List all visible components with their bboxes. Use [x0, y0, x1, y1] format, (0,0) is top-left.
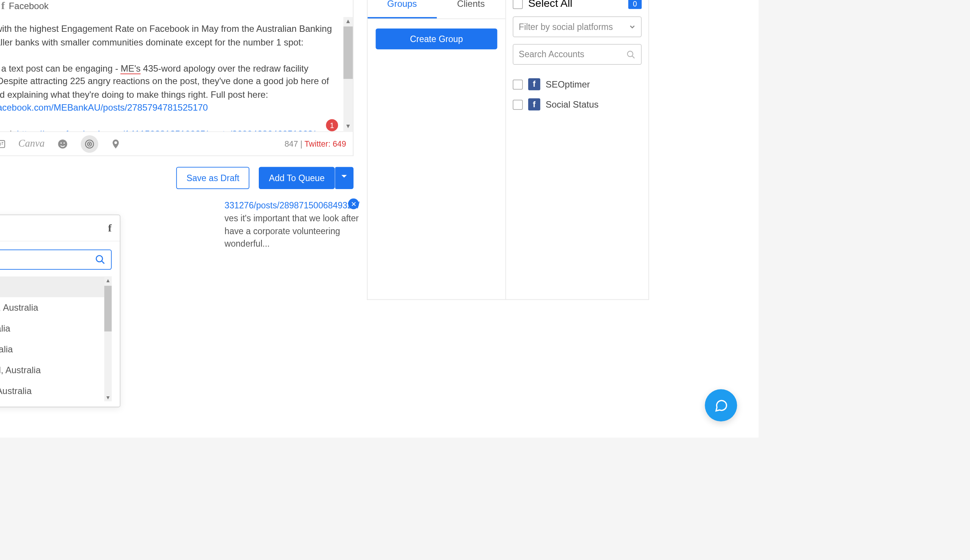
svg-point-23 [89, 143, 90, 144]
add-to-queue-dropdown[interactable] [335, 167, 353, 189]
editor-scrollbar[interactable]: ▲ ▼ [343, 17, 353, 131]
svg-point-20 [64, 142, 65, 143]
location-item[interactable]: Buderim, Queensland, Australia [0, 380, 112, 401]
subtab-facebook[interactable]: f Facebook [1, 0, 48, 17]
scrollbar-down-icon[interactable]: ▼ [343, 122, 353, 132]
editor-intro: Top 5 Posts with the highest Engagement … [0, 24, 332, 47]
error-badge[interactable]: 1 [326, 119, 338, 132]
scrollbar-down-icon[interactable]: ▼ [104, 393, 112, 401]
editor-spellcheck-me: ME's [121, 63, 140, 74]
scrollbar-up-icon[interactable]: ▲ [343, 17, 353, 27]
save-draft-button[interactable]: Save as Draft [177, 167, 250, 189]
gp-tab-groups[interactable]: Groups [368, 0, 437, 18]
search-accounts-input[interactable]: Search Accounts [513, 44, 642, 65]
groups-panel: Groups Clients Create Group [367, 0, 505, 300]
location-search-input[interactable] [0, 254, 95, 265]
emoji-icon[interactable] [57, 138, 69, 150]
account-name: Social Status [546, 99, 599, 110]
location-scrollbar[interactable]: ▲ ▼ [104, 276, 112, 401]
location-popover: Location f Australia Gawler, South Austr… [0, 215, 120, 407]
target-icon[interactable] [81, 135, 98, 152]
account-name: SEOptimer [546, 79, 590, 89]
subtab-facebook-label: Facebook [9, 1, 48, 11]
gp-tab-clients[interactable]: Clients [437, 0, 505, 18]
location-search-wrap [0, 250, 112, 270]
facebook-badge-icon: f [528, 98, 540, 111]
account-item-social-status[interactable]: f Social Status [513, 94, 642, 115]
accounts-panel: Select All 0 Filter by social platforms … [505, 0, 649, 300]
svg-point-18 [58, 139, 67, 148]
chat-fab[interactable] [705, 389, 737, 421]
add-gif-icon[interactable] [0, 138, 6, 150]
editor-buttons: Save as Draft Add To Queue [0, 167, 353, 189]
groups-panel-tabs: Groups Clients [368, 0, 505, 19]
canva-tool[interactable]: Canva [18, 138, 44, 149]
filter-platforms-dropdown[interactable]: Filter by social platforms [513, 16, 642, 37]
editor-p2: 2. Reliance Bank [0, 129, 17, 131]
close-preview-icon[interactable]: ✕ [348, 198, 359, 209]
editor-p1a: 1. It turns out a text post can be engag… [0, 63, 121, 73]
location-item[interactable]: Portland, Victoria, Australia [0, 339, 112, 360]
location-item[interactable]: Damascus, Queensland, Australia [0, 360, 112, 380]
editor-link2[interactable]: https://www.facebook.com/141150281251092… [17, 129, 315, 131]
search-accounts-placeholder: Search Accounts [519, 49, 584, 60]
chevron-down-icon [629, 23, 636, 30]
scrollbar-thumb[interactable] [343, 27, 353, 79]
search-icon[interactable] [95, 254, 105, 265]
account-item-seoptimer[interactable]: f SEOptimer [513, 74, 642, 94]
filter-placeholder: Filter by social platforms [519, 22, 613, 32]
facebook-icon: f [1, 0, 5, 12]
char-counter: 847 | Twitter: 649 [285, 139, 346, 148]
create-group-button[interactable]: Create Group [375, 28, 497, 49]
location-item[interactable]: Australia [0, 276, 112, 297]
svg-point-19 [61, 142, 62, 143]
account-checkbox[interactable] [513, 99, 523, 110]
location-header: Location f [0, 215, 120, 242]
search-icon [626, 50, 636, 59]
post-textarea[interactable]: Top 5 Posts with the highest Engagement … [0, 17, 353, 131]
selected-count-badge: 0 [628, 0, 642, 9]
editor-toolbar: Canva 847 | Twitter: 649 [0, 131, 353, 155]
select-all-checkbox[interactable] [513, 0, 523, 9]
svg-point-24 [627, 51, 633, 56]
location-item[interactable]: Gawler, South Australia, Australia [0, 297, 112, 318]
location-facebook-icon: f [108, 222, 112, 234]
select-all-row: Select All 0 [513, 0, 642, 10]
preview-link-frag[interactable]: 331276/posts/2898715006849320/ [225, 200, 360, 211]
scrollbar-thumb[interactable] [104, 286, 112, 332]
right-column: Groups Clients Create Group Select All 0… [367, 0, 653, 300]
editor-link1[interactable]: https://www.facebook.com/MEBankAU/posts/… [0, 103, 208, 113]
facebook-badge-icon: f [528, 78, 540, 90]
editor-subtabs: Original f Facebook [0, 0, 353, 17]
main-content: Create Post ? Create Post Drafts Curated… [0, 0, 758, 438]
select-all-label: Select All [528, 0, 573, 10]
location-item[interactable]: Morwell, Victoria, Australia [0, 318, 112, 339]
location-results-list: Australia Gawler, South Australia, Austr… [0, 276, 112, 401]
add-to-queue-button[interactable]: Add To Queue [259, 167, 335, 189]
location-pin-icon[interactable] [110, 138, 121, 150]
svg-point-25 [96, 255, 103, 262]
editor-box: Top 5 Posts with the highest Engagement … [0, 17, 353, 156]
account-checkbox[interactable] [513, 79, 523, 89]
scrollbar-up-icon[interactable]: ▲ [104, 276, 112, 284]
